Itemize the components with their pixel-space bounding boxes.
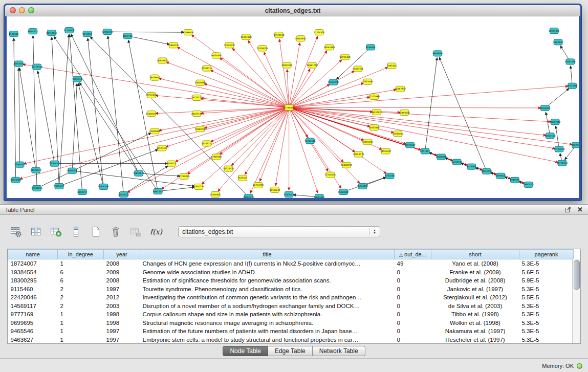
zoom-window-icon[interactable] [28, 7, 34, 13]
cell-out_degree: 0 [395, 285, 431, 294]
cell-year: 2008 [104, 259, 140, 268]
table-row[interactable]: 1872400712008Changes of HCN gene express… [8, 259, 574, 268]
cell-out_degree: 0 [395, 327, 431, 336]
cell-title: Embryonic stem cells: a model to study s… [140, 336, 395, 344]
float-panel-icon[interactable] [564, 206, 571, 213]
cell-out_degree: 0 [395, 276, 431, 285]
svg-text:16919412: 16919412 [157, 59, 168, 62]
network-view-window[interactable]: citations_edges.txt 81084029634502105100… [4, 4, 582, 201]
column-header-short[interactable]: short [431, 250, 519, 259]
cell-out_degree: 0 [395, 268, 431, 277]
cell-title: Estimation of significance thresholds fo… [140, 276, 395, 285]
function-builder-icon[interactable]: f(x) [149, 228, 163, 236]
column-header-name[interactable]: name [8, 250, 58, 259]
table-row[interactable]: 2242004622012Investigating the contribut… [8, 293, 574, 302]
cell-short: Nakamura et al. (1997) [431, 327, 519, 336]
tab-edge-table[interactable]: Edge Table [268, 346, 313, 356]
svg-text:12071842: 12071842 [404, 144, 416, 146]
svg-text:18223941: 18223941 [567, 84, 578, 87]
svg-text:15460217: 15460217 [146, 113, 157, 115]
network-canvas[interactable]: 8108402963450210510041113165229154012120… [7, 16, 579, 198]
tab-node-table[interactable]: Node Table [223, 346, 268, 356]
svg-text:15494935: 15494935 [399, 112, 410, 114]
svg-text:12840251: 12840251 [168, 44, 179, 47]
svg-text:17999381: 17999381 [211, 156, 222, 158]
cell-name: 22420046 [8, 293, 58, 302]
new-column-icon[interactable] [49, 226, 62, 238]
cell-short: Hescheler et al. (1997) [431, 336, 519, 344]
svg-text:16791243: 16791243 [451, 161, 463, 163]
cell-in_degree: 2 [58, 302, 104, 311]
column-header-out_degree[interactable]: △ out_de... [395, 250, 431, 259]
sort-asc-icon: △ [399, 252, 403, 257]
table-row[interactable]: 969969511998Structural magnetic resonanc… [8, 319, 574, 327]
svg-text:15306851: 15306851 [210, 193, 221, 196]
cell-in_degree: 6 [58, 276, 104, 285]
svg-text:12901853: 12901853 [31, 187, 42, 189]
column-header-title[interactable]: title [140, 250, 395, 259]
svg-text:16778123: 16778123 [557, 162, 568, 164]
table-row[interactable]: 946554611997Estimation of the future num… [8, 327, 574, 336]
svg-text:11626253: 11626253 [328, 81, 339, 83]
close-panel-icon[interactable]: ✕ [577, 206, 583, 213]
node-table[interactable]: namein_degreeyeartitle△ out_de...shortpa… [8, 249, 574, 344]
cell-pagerank: 5.3E-5 [519, 327, 574, 336]
scrollbar-thumb[interactable] [574, 260, 580, 290]
svg-text:7485301: 7485301 [387, 64, 397, 67]
window-titlebar[interactable]: citations_edges.txt [5, 5, 580, 16]
svg-text:17290013: 17290013 [179, 175, 190, 178]
column-settings-icon[interactable] [9, 226, 23, 238]
panel-title: Table Panel [5, 207, 35, 213]
cell-name: 9465546 [8, 327, 58, 336]
new-document-icon[interactable] [89, 226, 102, 238]
tab-network-table[interactable]: Network Table [313, 346, 365, 356]
svg-text:16337212: 16337212 [201, 142, 212, 145]
table-row[interactable]: 911546021997Tourette syndrome. Phenomeno… [8, 285, 574, 294]
select-columns-icon[interactable] [29, 226, 42, 238]
cell-in_degree: 6 [58, 268, 104, 277]
svg-text:17205041: 17205041 [325, 173, 336, 176]
svg-text:20654301: 20654301 [13, 62, 25, 65]
table-row[interactable]: 1830029562008Estimation of significance … [8, 276, 574, 285]
minimize-window-icon[interactable] [19, 7, 25, 13]
column-header-year[interactable]: year [104, 250, 140, 259]
svg-text:11007541: 11007541 [353, 68, 364, 70]
table-row[interactable]: 977716911998Corpus callosum shape and si… [8, 310, 574, 319]
cell-out_degree: 0 [395, 319, 431, 327]
svg-text:11920401: 11920401 [10, 179, 21, 181]
cell-name: 18300295 [8, 276, 58, 285]
cell-year: 2003 [104, 302, 140, 311]
svg-text:9015462: 9015462 [467, 165, 476, 168]
trash-icon[interactable] [109, 226, 122, 238]
svg-text:12650631: 12650631 [133, 172, 144, 174]
svg-text:12215968: 12215968 [368, 95, 380, 98]
network-select[interactable]: citations_edges.txt ▲▼ [178, 226, 380, 237]
svg-text:8751412: 8751412 [420, 150, 430, 152]
table-row[interactable]: 946362711997Embryonic stem cells: a mode… [8, 336, 574, 344]
svg-text:16961243: 16961243 [307, 64, 318, 67]
svg-text:20561092: 20561092 [565, 60, 576, 63]
row-height-icon[interactable] [69, 226, 82, 238]
panel-resize-grip[interactable] [290, 201, 298, 203]
svg-text:14806903: 14806903 [435, 156, 447, 158]
cell-in_degree: 1 [58, 336, 104, 344]
svg-text:18629512: 18629512 [30, 169, 41, 171]
column-header-in_degree[interactable]: in_degree [58, 250, 104, 259]
svg-text:13954278: 13954278 [353, 153, 364, 156]
table-row[interactable]: 1938455462009Genome-wide association stu… [8, 268, 574, 277]
close-window-icon[interactable] [10, 7, 16, 13]
cell-year: 2012 [104, 293, 140, 302]
table-row[interactable]: 1456911722003Disruption of a novel membe… [8, 302, 574, 311]
svg-text:12524934: 12524934 [273, 34, 285, 36]
svg-text:16754392: 16754392 [253, 184, 264, 186]
svg-text:9546323: 9546323 [167, 162, 177, 165]
cell-in_degree: 1 [58, 327, 104, 336]
cell-in_degree: 1 [58, 259, 104, 268]
dropdown-arrows-icon: ▲▼ [369, 228, 376, 235]
column-header-pagerank[interactable]: pagerank [519, 250, 574, 259]
svg-text:16054381: 16054381 [211, 54, 222, 57]
import-table-icon[interactable] [129, 226, 142, 238]
vertical-scrollbar[interactable] [572, 259, 580, 343]
cell-name: 9699695 [8, 319, 58, 327]
svg-text:14595442: 14595442 [380, 150, 391, 152]
